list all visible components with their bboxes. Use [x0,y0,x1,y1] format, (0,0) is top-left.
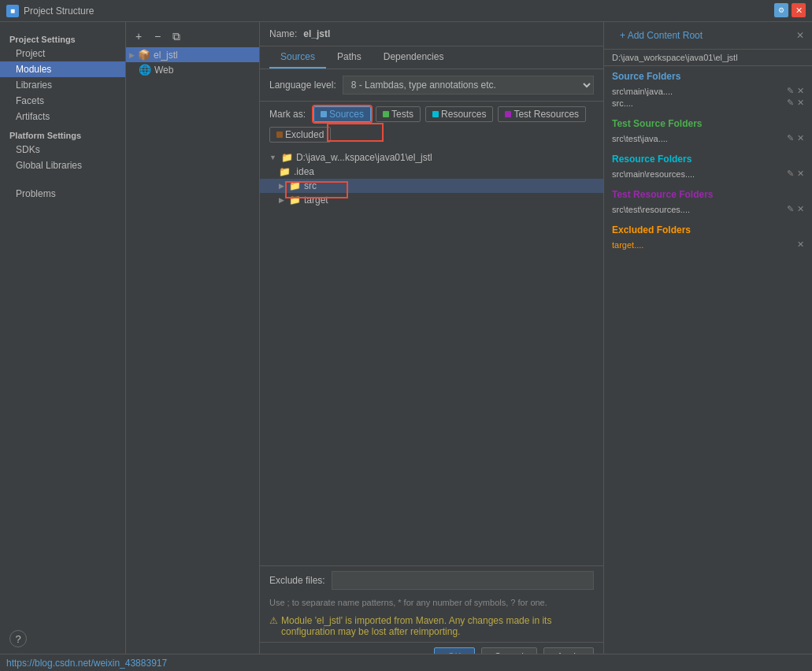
lang-level-select[interactable]: 8 - Lambdas, type annotations etc. [343,76,594,95]
sidebar-item-sdks[interactable]: SDKs [0,142,125,158]
expand-icon: ▼ [269,154,276,161]
sidebar: Project Settings Project Modules Librari… [0,22,126,671]
tree-panel: + − ⧉ ▶ 📦 el_jstl 🌐 Web [126,22,260,671]
test-resource-folders-title: Test Resource Folders [612,189,804,200]
folder-icon: 📁 [289,195,301,206]
edit-icon[interactable]: ✎ [787,204,794,214]
blue-folder-icon: 📁 [289,180,301,191]
statusbar-url: https://blog.csdn.net/weixin_43883917 [6,658,167,669]
tree-item-label: el_jstl [154,50,178,61]
tests-dot [383,111,389,117]
excluded-label: Excluded [285,129,324,140]
main-layout: Project Settings Project Modules Librari… [0,22,812,671]
delete-icon[interactable]: ✕ [797,239,804,250]
expand-icon: ▶ [279,182,284,190]
file-entry-label: target [304,195,328,206]
lang-level-row: Language level: 8 - Lambdas, type annota… [260,69,603,102]
delete-icon[interactable]: ✕ [797,98,804,108]
edit-icon[interactable]: ✎ [787,133,794,143]
source-folders-title: Source Folders [612,71,804,82]
right-entry-src: src.... ✎ ✕ [612,97,804,109]
right-entry-src-test-java: src\test\java.... ✎ ✕ [612,132,804,144]
close-button[interactable]: ✕ [792,3,806,17]
mark-resources-button[interactable]: Resources [425,106,493,122]
excluded-folders-title: Excluded Folders [612,224,804,235]
edit-icon[interactable]: ✎ [787,169,794,179]
test-source-folders-title: Test Source Folders [612,118,804,129]
delete-icon[interactable]: ✕ [797,86,804,96]
entry-path: src\main\resources.... [612,169,695,179]
file-entry-idea[interactable]: 📁 .idea [260,165,603,179]
expand-icon: ▶ [129,51,135,59]
edit-icon[interactable]: ✎ [787,86,794,96]
tab-sources[interactable]: Sources [269,46,326,69]
corner-icon[interactable]: ⚙ [774,3,788,17]
titlebar: ■ Project Structure ⚙ ✕ [0,0,812,22]
test-resource-folders-section: Test Resource Folders src\test\resources… [604,184,812,220]
entry-path: src\test\java.... [612,134,668,143]
tab-paths[interactable]: Paths [326,46,373,69]
mark-test-resources-button[interactable]: Test Resources [498,106,586,122]
tree-item-el-jstl[interactable]: ▶ 📦 el_jstl [126,47,259,62]
file-entry-target[interactable]: ▶ 📁 target [260,193,603,207]
statusbar: https://blog.csdn.net/weixin_43883917 [0,654,812,671]
close-panel-button[interactable]: ✕ [796,30,804,41]
exclude-files-input[interactable] [332,571,594,590]
delete-icon[interactable]: ✕ [797,204,804,214]
entry-path: src\test\resources.... [612,205,690,214]
tab-dependencies[interactable]: Dependencies [373,46,455,69]
delete-icon[interactable]: ✕ [797,169,804,179]
module-icon: 📦 [138,49,150,61]
entry-path: target.... [612,240,643,250]
file-entry-root[interactable]: ▼ 📁 D:\java_w...kspace\java01\el_jstl [260,150,603,165]
right-entry-src-main-java: src\main\java.... ✎ ✕ [612,85,804,97]
test-resources-dot [505,111,511,117]
exclude-files-row: Exclude files: [260,565,603,595]
test-resources-label: Test Resources [514,109,579,120]
tabs-bar: Sources Paths Dependencies [260,46,603,69]
sidebar-item-libraries[interactable]: Libraries [0,77,125,93]
excluded-dot [276,132,283,138]
sidebar-item-artifacts[interactable]: Artifacts [0,109,125,124]
remove-module-button[interactable]: − [150,28,165,44]
titlebar-title: Project Structure [24,6,94,17]
mark-tests-button[interactable]: Tests [376,106,421,122]
edit-icon[interactable]: ✎ [787,98,794,108]
warning-text: Module 'el_jstl' is imported from Maven.… [281,615,594,637]
app-icon: ■ [6,5,19,17]
test-source-folders-section: Test Source Folders src\test\java.... ✎ … [604,113,812,149]
sidebar-item-modules[interactable]: Modules [0,61,125,77]
sidebar-item-global-libs[interactable]: Global Libraries [0,158,125,173]
excluded-folders-section: Excluded Folders target.... ✕ [604,220,812,255]
tree-item-web[interactable]: 🌐 Web [126,62,259,77]
warning-row: ⚠ Module 'el_jstl' is imported from Mave… [260,610,603,642]
content-panel: Name: el_jstl Sources Paths Dependencies… [260,22,603,671]
source-folders-section: Source Folders src\main\java.... ✎ ✕ src… [604,66,812,113]
file-entry-src[interactable]: ▶ 📁 src [260,179,603,193]
mark-sources-button[interactable]: Sources [313,106,371,122]
expand-icon: ▶ [279,196,284,204]
right-panel-path: D:\java_workspace\java01\el_jstl [604,50,812,66]
hint-text: Use ; to separate name patterns, * for a… [260,595,603,610]
delete-icon[interactable]: ✕ [797,133,804,143]
help-button[interactable]: ? [9,630,27,647]
add-module-button[interactable]: + [131,28,146,44]
sidebar-item-project[interactable]: Project [0,46,125,61]
sidebar-item-facets[interactable]: Facets [0,93,125,109]
tests-label: Tests [391,109,413,120]
folder-icon: 📁 [279,166,291,177]
sidebar-item-problems[interactable]: Problems [0,186,125,202]
lang-level-label: Language level: [269,80,336,91]
name-label: Name: [269,28,297,39]
right-panel: + Add Content Root ✕ D:\java_workspace\j… [603,22,812,671]
file-entry-label: .idea [294,166,314,177]
mark-excluded-button[interactable]: Excluded [269,127,331,143]
tree-item-label: Web [154,65,173,76]
resource-folders-section: Resource Folders src\main\resources.... … [604,149,812,184]
right-entry-src-main-resources: src\main\resources.... ✎ ✕ [612,168,804,180]
warning-icon: ⚠ [269,615,278,626]
add-content-root-button[interactable]: + Add Content Root [612,27,710,44]
exclude-files-label: Exclude files: [269,575,325,586]
copy-module-button[interactable]: ⧉ [169,28,184,44]
file-entry-label: D:\java_w...kspace\java01\el_jstl [296,152,432,163]
